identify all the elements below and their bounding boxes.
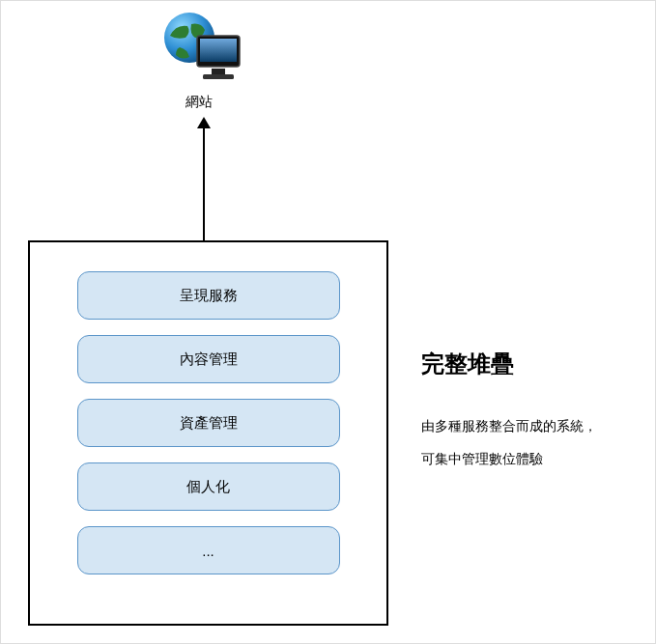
- svg-rect-3: [212, 69, 225, 74]
- globe-monitor-icon: [151, 9, 247, 91]
- service-box-content-management: 內容管理: [77, 335, 340, 383]
- service-label: 呈現服務: [180, 287, 238, 305]
- side-desc-line1: 由多種服務整合而成的系統，: [421, 418, 597, 434]
- service-label: ...: [202, 543, 214, 559]
- service-label: 資產管理: [180, 414, 238, 433]
- side-description: 由多種服務整合而成的系統， 可集中管理數位體驗: [421, 410, 643, 475]
- side-panel: 完整堆疊 由多種服務整合而成的系統， 可集中管理數位體驗: [421, 349, 643, 475]
- service-box-asset-management: 資產管理: [77, 399, 340, 447]
- service-label: 個人化: [186, 478, 230, 496]
- stack-container: 呈現服務 內容管理 資產管理 個人化 ...: [28, 240, 388, 626]
- side-desc-line2: 可集中管理數位體驗: [421, 451, 543, 466]
- website-label: 網站: [151, 94, 247, 111]
- svg-rect-4: [203, 74, 234, 79]
- side-title: 完整堆疊: [421, 349, 643, 379]
- service-label: 內容管理: [180, 350, 238, 369]
- svg-rect-2: [200, 39, 237, 62]
- service-box-personalization: 個人化: [77, 462, 340, 511]
- service-box-more: ...: [77, 526, 340, 574]
- diagram-canvas: 網站 呈現服務 內容管理 資產管理 個人化 ... 完整堆疊 由多種服務整合而成…: [0, 0, 656, 644]
- service-box-rendering: 呈現服務: [77, 271, 340, 320]
- arrow-line: [203, 126, 205, 240]
